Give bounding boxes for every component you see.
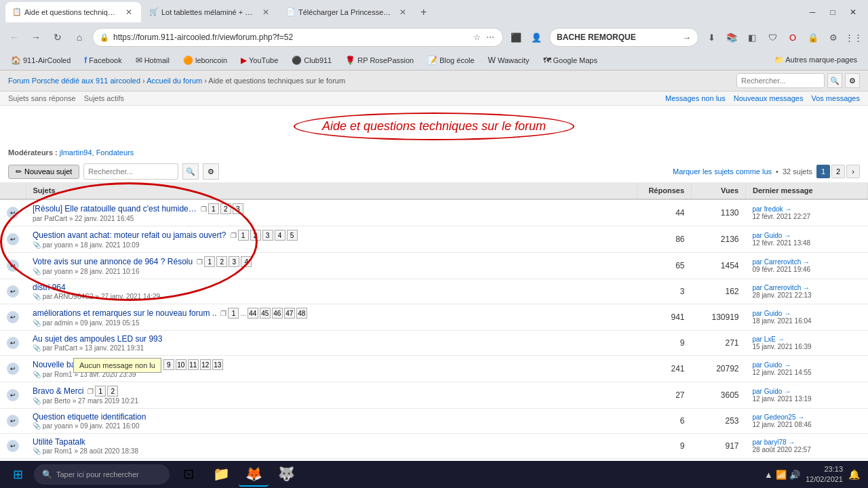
topic-title-link[interactable]: distri 964 [33,283,66,292]
home-button[interactable]: ⌂ [71,28,88,46]
page-mini-btn[interactable]: 2 [107,386,118,396]
taskbar-task-view[interactable]: ⊡ [174,462,203,487]
tab-2[interactable]: 🛒 Lot tablettes mélaminé + crèm… ✕ [142,2,278,22]
vpn-icon[interactable]: 🔒 [804,28,822,46]
page-mini-btn[interactable]: 3 [229,256,239,267]
bookmark-hotmail[interactable]: ✉ Hotmail [130,54,175,66]
page-mini-btn[interactable]: 1 [238,230,249,241]
topic-title-link[interactable]: Question etiquette identification [33,412,146,422]
profile-button[interactable]: 👤 [528,28,545,46]
extensions-button[interactable]: ⬛ [507,28,525,46]
topic-title-link[interactable]: Bravo & Merci [33,386,83,396]
page-next-button[interactable]: › [846,165,860,178]
bookmark-rosepassion[interactable]: 🌹 RP RosePassion [340,54,419,66]
forward-button[interactable]: → [27,28,45,46]
back-button[interactable]: ← [5,28,23,46]
last-msg-author[interactable]: par Gedeon25 → [753,413,805,421]
topic-title-link[interactable]: Utilité Tapatalk [33,437,85,447]
last-msg-author[interactable]: par Carrerovitch → [753,258,810,266]
tab-3-close[interactable]: ✕ [397,7,408,18]
bookmark-club911[interactable]: ⚫ Club911 [286,54,337,66]
page-mini-btn[interactable]: 13 [212,359,223,370]
page-mini-btn[interactable]: 3 [262,230,273,241]
forum-search-button[interactable]: 🔍 [827,73,842,88]
up-arrow-icon[interactable]: ▲ [764,470,773,480]
notification-button[interactable]: 🔔 [848,469,860,480]
page-mini-btn[interactable]: 4 [241,256,252,267]
search-go-button[interactable]: → [682,33,691,43]
last-msg-author[interactable]: par fredok → [753,205,792,213]
last-msg-author[interactable]: par Guido → [753,232,791,239]
last-msg-author[interactable]: par LxE → [753,336,785,343]
address-bar[interactable]: 🔒 https://forum.911-aircooled.fr/viewfor… [92,28,503,47]
page-mini-btn[interactable]: 4 [275,230,285,241]
bookmark-googlemaps[interactable]: 🗺 Google Maps [538,54,603,66]
page-mini-btn[interactable]: 11 [188,359,199,370]
page-mini-btn[interactable]: 47 [284,308,295,319]
page-mini-btn[interactable]: 46 [272,308,283,319]
sidebar-button[interactable]: ◧ [743,28,761,46]
page-mini-btn[interactable]: 1 [208,203,219,214]
moderator-jlmartin94[interactable]: jlmartin94 [60,148,92,157]
bookmark-aircooled[interactable]: 🏠 911-AirCooled [5,54,76,66]
new-tab-button[interactable]: + [416,6,431,18]
page-mini-btn[interactable]: 10 [176,359,186,370]
bookmarks-more-button[interactable]: 📁 Autres marque-pages [769,54,863,66]
page-mini-btn[interactable]: 44 [248,308,258,319]
bookmark-star[interactable]: ☆ [472,31,482,43]
last-msg-author[interactable]: par baryl78 → [753,439,795,446]
topic-title-link[interactable]: Votre avis sur une annonce de 964 ? Réso… [33,257,193,266]
last-msg-author[interactable]: par Carrerovitch → [753,284,810,291]
page-mini-btn[interactable]: 1 [228,308,239,319]
search-forum-go[interactable]: 🔍 [182,163,199,180]
page-mini-btn[interactable]: 12 [200,359,211,370]
bookmark-wawacity[interactable]: W Wawacity [483,54,535,66]
nouveaux-messages-link[interactable]: Nouveaux messages [734,94,804,102]
page-mini-btn[interactable]: 48 [296,308,307,319]
messages-non-lus-link[interactable]: Messages non lus [665,94,726,102]
moderator-fondateurs[interactable]: Fondateurs [96,148,134,157]
start-button[interactable]: ⊞ [3,462,33,487]
page-mini-btn[interactable]: 3 [233,203,243,214]
taskbar-firefox[interactable]: 🦊 [239,462,269,487]
page-mini-btn[interactable]: 2 [250,230,261,241]
page-mini-btn[interactable]: 2 [216,256,227,267]
page-1-button[interactable]: 1 [816,165,830,178]
search-bar[interactable]: BACHE REMORQUE → [549,28,698,47]
topic-title-link[interactable]: améliorations et remarques sur le nouvea… [33,308,216,318]
mark-all-read-link[interactable]: Marquer les sujets comme lus [673,167,772,176]
bookmark-facebook[interactable]: f Facebook [79,54,127,66]
page-mini-btn[interactable]: 1 [95,386,106,396]
reading-mode[interactable]: ⋯ [485,31,496,43]
taskbar-app4[interactable]: 🐺 [271,462,301,487]
refresh-button[interactable]: ↻ [49,28,66,46]
taskbar-search[interactable]: 🔍 Taper ici pour rechercher [34,464,170,485]
bookmark-blogecole[interactable]: 📝 Blog école [422,54,479,66]
close-button[interactable]: ✕ [844,5,863,20]
breadcrumb-home[interactable]: Forum Porsche dédié aux 911 aircooled [8,77,140,85]
download-button[interactable]: ⬇ [703,28,720,46]
bookmark-youtube[interactable]: ▶ YouTube [235,54,283,66]
topic-title-link[interactable]: [Résolu] Elle ratatouille quand c'est hu… [33,204,197,214]
tab-1[interactable]: 📋 Aide et questions techniques s… ✕ [5,2,141,22]
topic-title-link[interactable]: Au sujet des ampoules LED sur 993 [33,334,162,344]
tab-3[interactable]: 📄 Télécharger La Princesse et la g… ✕ [279,2,415,22]
tab-1-close[interactable]: ✕ [123,7,134,18]
opera-icon[interactable]: O [784,28,802,46]
last-msg-author[interactable]: par Guido → [753,310,791,317]
page-mini-btn[interactable]: 5 [287,230,298,241]
page-2-button[interactable]: 2 [831,165,845,178]
new-topic-button[interactable]: ✏ Nouveau sujet [8,165,79,179]
breadcrumb-accueil[interactable]: Accueil du forum [146,77,202,85]
sujets-actifs-link[interactable]: Sujets actifs [84,94,124,102]
collections-button[interactable]: 📚 [723,28,741,46]
maximize-button[interactable]: □ [823,5,842,20]
forum-search-options[interactable]: ⚙ [845,73,860,88]
minimize-button[interactable]: ─ [803,5,822,20]
vos-messages-link[interactable]: Vos messages [811,94,860,102]
topic-title-link[interactable]: Question avant achat: moteur refait ou j… [33,230,226,240]
taskbar-explorer[interactable]: 📁 [206,462,236,487]
tab-2-close[interactable]: ✕ [260,7,271,18]
last-msg-author[interactable]: par Guido → [753,361,791,369]
more-tools[interactable]: ⚙ [825,28,842,46]
